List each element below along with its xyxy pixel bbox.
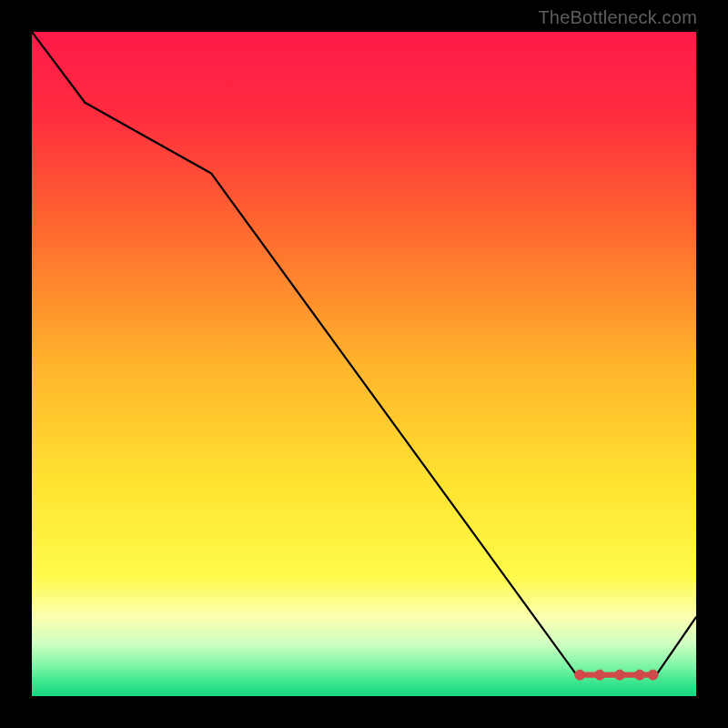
chart-marker (634, 670, 644, 680)
chart-marker (595, 670, 605, 680)
chart-marker (575, 670, 585, 680)
chart-frame: TheBottleneck.com (0, 0, 728, 728)
chart-curve (32, 32, 696, 675)
chart-line-layer (32, 32, 696, 696)
plot-area (32, 32, 696, 696)
chart-marker (648, 670, 658, 680)
chart-markers (575, 670, 658, 680)
attribution-label: TheBottleneck.com (538, 7, 697, 28)
chart-marker (615, 670, 625, 680)
